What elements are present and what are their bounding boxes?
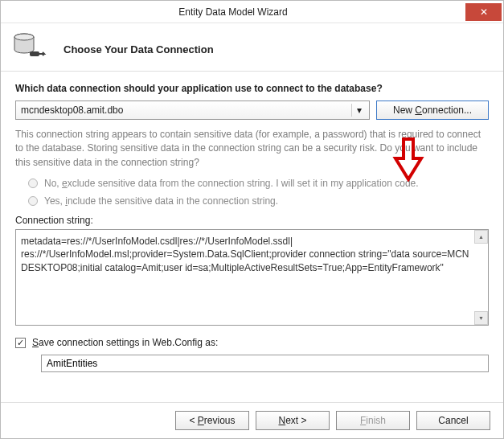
save-settings-row: ✓ Save connection settings in Web.Config… (15, 337, 489, 348)
connection-dropdown[interactable]: mcndesktop08.amit.dbo ▾ (15, 101, 370, 120)
close-button[interactable]: ✕ (465, 3, 502, 21)
config-name-input[interactable] (41, 355, 489, 372)
titlebar: Entity Data Model Wizard ✕ (1, 1, 503, 23)
connection-string-label: Connection string: (15, 215, 489, 226)
save-settings-checkbox[interactable]: ✓ (15, 338, 26, 348)
header-title: Choose Your Data Connection (64, 43, 214, 55)
finish-button[interactable]: Finish (336, 411, 410, 430)
radio-icon (28, 178, 38, 188)
scroll-up-button[interactable]: ▲ (474, 230, 488, 244)
radio-exclude-sensitive[interactable]: No, exclude sensitive data from the conn… (28, 178, 489, 189)
question-label: Which data connection should your applic… (15, 83, 489, 94)
cancel-button[interactable]: Cancel (416, 411, 490, 430)
connection-string-textarea[interactable]: metadata=res://*/UserInfoModel.csdl|res:… (15, 229, 489, 326)
svg-point-1 (14, 34, 34, 40)
svg-rect-2 (30, 51, 39, 56)
close-icon: ✕ (480, 6, 488, 18)
radio-icon (28, 196, 38, 206)
wizard-window: Entity Data Model Wizard ✕ Choose Your D… (0, 0, 504, 439)
radio-include-label: Yes, include the sensitive data in the c… (44, 195, 278, 207)
sensitive-data-help: This connection string appears to contai… (15, 128, 489, 170)
window-title: Entity Data Model Wizard (1, 6, 465, 18)
radio-include-sensitive[interactable]: Yes, include the sensitive data in the c… (28, 195, 489, 207)
new-connection-button[interactable]: New Connection... (376, 101, 489, 120)
sensitive-data-radio-group: No, exclude sensitive data from the conn… (28, 178, 489, 207)
connection-dropdown-value: mcndesktop08.amit.dbo (21, 105, 123, 116)
radio-exclude-label: No, exclude sensitive data from the conn… (44, 178, 419, 189)
chevron-down-icon: ▾ (351, 104, 366, 117)
previous-button[interactable]: < Previous (175, 411, 249, 430)
triangle-up-icon: ▲ (478, 234, 484, 240)
triangle-down-icon: ▼ (478, 315, 484, 321)
wizard-body: Which data connection should your applic… (1, 72, 503, 377)
checkmark-icon: ✓ (17, 338, 24, 348)
next-button[interactable]: Next > (256, 411, 330, 430)
wizard-header: Choose Your Data Connection (1, 23, 503, 72)
wizard-footer: < Previous Next > Finish Cancel (1, 402, 503, 438)
scroll-down-button[interactable]: ▼ (474, 311, 488, 325)
database-icon (12, 31, 52, 68)
save-settings-label: Save connection settings in Web.Config a… (32, 337, 218, 348)
